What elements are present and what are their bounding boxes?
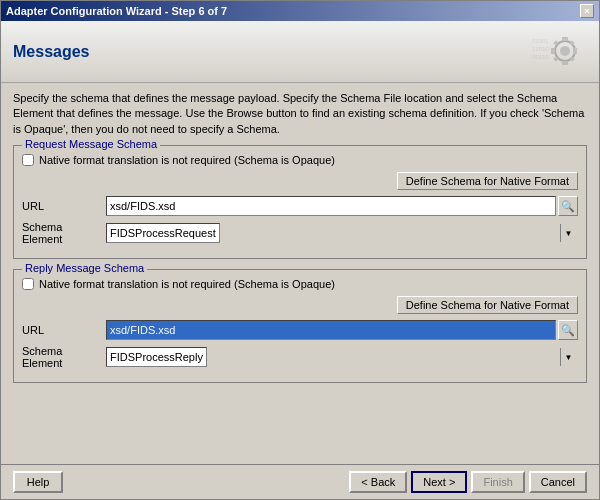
svg-rect-2 — [562, 37, 568, 41]
search-icon: 🔍 — [561, 324, 575, 337]
reply-schema-dropdown[interactable]: FIDSProcessReply — [106, 347, 207, 367]
footer: Help < Back Next > Finish Cancel — [1, 464, 599, 499]
request-define-schema-button[interactable]: Define Schema for Native Format — [397, 172, 578, 190]
request-schema-row: Schema Element FIDSProcessRequest ▼ — [22, 221, 578, 245]
request-schema-dropdown-wrapper: FIDSProcessRequest ▼ — [106, 223, 578, 243]
dropdown-arrow-icon: ▼ — [560, 224, 576, 242]
reply-schema-label: Schema Element — [22, 345, 102, 369]
title-bar: Adapter Configuration Wizard - Step 6 of… — [1, 1, 599, 21]
footer-nav-buttons: < Back Next > Finish Cancel — [349, 471, 587, 493]
reply-url-input[interactable] — [106, 320, 556, 340]
svg-rect-4 — [551, 48, 555, 54]
search-icon: 🔍 — [561, 200, 575, 213]
reply-checkbox-label: Native format translation is not require… — [39, 278, 335, 290]
header-area: Messages 01001 11010 00110 — [1, 21, 599, 83]
page-title: Messages — [13, 43, 90, 61]
reply-url-label: URL — [22, 324, 102, 336]
request-btn-row: Define Schema for Native Format — [22, 172, 578, 190]
svg-text:01001: 01001 — [532, 38, 549, 44]
request-url-label: URL — [22, 200, 102, 212]
reply-group-content: Native format translation is not require… — [22, 278, 578, 369]
svg-text:11010: 11010 — [532, 46, 549, 52]
reply-schema-row: Schema Element FIDSProcessReply ▼ — [22, 345, 578, 369]
request-schema-group: Request Message Schema Native format tra… — [13, 145, 587, 259]
help-button[interactable]: Help — [13, 471, 63, 493]
title-bar-buttons: × — [580, 4, 594, 18]
next-button[interactable]: Next > — [411, 471, 467, 493]
svg-point-1 — [560, 46, 570, 56]
close-button[interactable]: × — [580, 4, 594, 18]
reply-schema-dropdown-wrapper: FIDSProcessReply ▼ — [106, 347, 578, 367]
gear-icon: 01001 11010 00110 — [527, 29, 587, 74]
reply-schema-group: Reply Message Schema Native format trans… — [13, 269, 587, 383]
svg-rect-3 — [562, 61, 568, 65]
request-opaque-checkbox[interactable] — [22, 154, 34, 166]
reply-url-input-wrapper: 🔍 — [106, 320, 578, 340]
dropdown-arrow-icon-2: ▼ — [560, 348, 576, 366]
request-checkbox-label: Native format translation is not require… — [39, 154, 335, 166]
back-button[interactable]: < Back — [349, 471, 407, 493]
finish-button[interactable]: Finish — [471, 471, 524, 493]
reply-define-schema-button[interactable]: Define Schema for Native Format — [397, 296, 578, 314]
wizard-window: Adapter Configuration Wizard - Step 6 of… — [0, 0, 600, 500]
request-schema-dropdown[interactable]: FIDSProcessRequest — [106, 223, 220, 243]
request-url-row: URL 🔍 — [22, 196, 578, 216]
reply-checkbox-row: Native format translation is not require… — [22, 278, 578, 290]
cancel-button[interactable]: Cancel — [529, 471, 587, 493]
title-bar-text: Adapter Configuration Wizard - Step 6 of… — [6, 5, 227, 17]
reply-btn-row: Define Schema for Native Format — [22, 296, 578, 314]
reply-url-row: URL 🔍 — [22, 320, 578, 340]
request-group-legend: Request Message Schema — [22, 138, 160, 150]
reply-opaque-checkbox[interactable] — [22, 278, 34, 290]
description-text: Specify the schema that defines the mess… — [13, 91, 587, 137]
request-url-input-wrapper: 🔍 — [106, 196, 578, 216]
svg-text:00110: 00110 — [532, 54, 549, 60]
request-group-content: Native format translation is not require… — [22, 154, 578, 245]
request-url-input[interactable] — [106, 196, 556, 216]
reply-browse-button[interactable]: 🔍 — [558, 320, 578, 340]
request-browse-button[interactable]: 🔍 — [558, 196, 578, 216]
request-schema-label: Schema Element — [22, 221, 102, 245]
svg-rect-5 — [573, 48, 577, 54]
reply-group-legend: Reply Message Schema — [22, 262, 147, 274]
request-checkbox-row: Native format translation is not require… — [22, 154, 578, 166]
content-area: Specify the schema that defines the mess… — [1, 83, 599, 464]
